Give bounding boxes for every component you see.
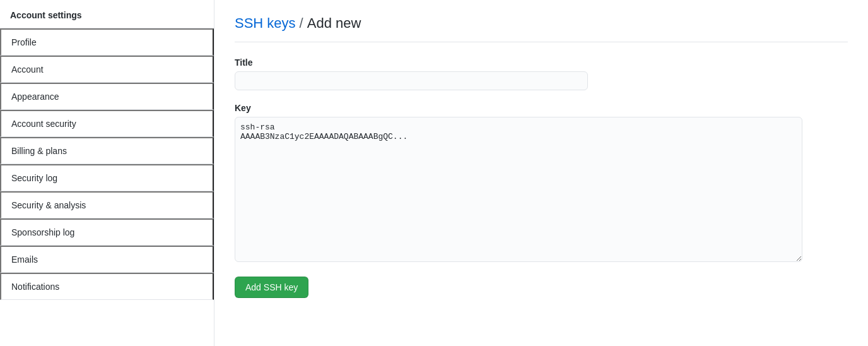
breadcrumb-link[interactable]: SSH keys	[235, 15, 296, 32]
sidebar-item-notifications[interactable]: Notifications	[0, 273, 214, 300]
breadcrumb-current: Add new	[307, 15, 361, 32]
sidebar-item-appearance[interactable]: Appearance	[0, 83, 214, 110]
sidebar-item-profile[interactable]: Profile	[0, 28, 214, 56]
page-title: SSH keys / Add new	[235, 15, 848, 32]
sidebar-item-security-log[interactable]: Security log	[0, 164, 214, 191]
sidebar-item-sponsorship-log[interactable]: Sponsorship log	[0, 218, 214, 246]
sidebar-item-billing[interactable]: Billing & plans	[0, 137, 214, 164]
sidebar-item-account[interactable]: Account	[0, 56, 214, 83]
title-input[interactable]	[235, 71, 588, 90]
add-ssh-key-button[interactable]: Add SSH key	[235, 277, 308, 298]
title-form-group: Title	[235, 57, 848, 90]
sidebar-header: Account settings	[0, 0, 214, 28]
sidebar-item-security-analysis[interactable]: Security & analysis	[0, 191, 214, 218]
title-divider	[235, 42, 848, 42]
key-textarea[interactable]: ssh-rsa AAAAB3NzaC1yc2EAAAADAQABAAABgQC.…	[235, 117, 802, 262]
breadcrumb-separator: /	[300, 15, 303, 32]
sidebar: Account settings Profile Account Appeara…	[0, 0, 214, 346]
sidebar-item-account-security[interactable]: Account security	[0, 110, 214, 137]
title-label: Title	[235, 57, 848, 68]
main-content: SSH keys / Add new Title Key ssh-rsa AAA…	[214, 0, 868, 346]
key-label: Key	[235, 103, 848, 113]
key-form-group: Key ssh-rsa AAAAB3NzaC1yc2EAAAADAQABAAAB…	[235, 103, 848, 264]
sidebar-item-emails[interactable]: Emails	[0, 246, 214, 273]
